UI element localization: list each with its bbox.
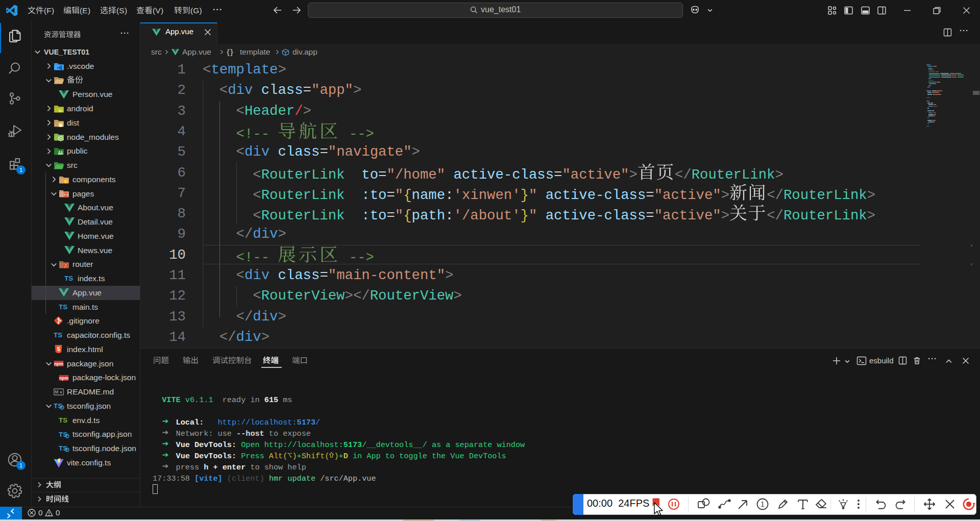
svg-text:TS: TS [59, 416, 67, 424]
svg-text:TS: TS [64, 275, 73, 282]
svg-text:TS: TS [59, 303, 67, 310]
svg-text:1: 1 [761, 500, 765, 508]
svg-text:TS: TS [54, 331, 62, 339]
svg-text:M: M [55, 389, 58, 394]
svg-text:js: js [59, 137, 62, 140]
svg-text:5: 5 [57, 346, 60, 352]
svg-text:npm: npm [59, 376, 68, 381]
svg-text:npm: npm [54, 361, 63, 366]
